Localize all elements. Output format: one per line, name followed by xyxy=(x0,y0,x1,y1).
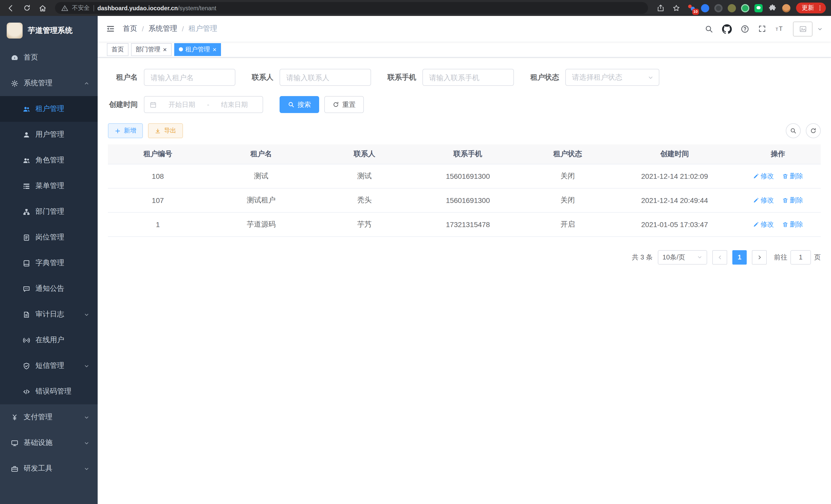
sidebar-toggle[interactable] xyxy=(106,24,115,33)
browser-profile-avatar[interactable] xyxy=(782,4,791,12)
next-page-button[interactable] xyxy=(752,250,767,264)
sidebar-group-dev-tools[interactable]: 研发工具 xyxy=(0,456,98,481)
sidebar-item-role[interactable]: 角色管理 xyxy=(0,147,98,173)
sidebar-item-dict[interactable]: 字典管理 xyxy=(0,250,98,276)
sidebar-item-tenant[interactable]: 租户管理 xyxy=(0,96,98,122)
extension-icon-blue[interactable] xyxy=(701,4,709,12)
contact-input[interactable] xyxy=(280,69,371,86)
tab-tenant[interactable]: 租户管理 × xyxy=(174,43,221,56)
breadcrumb-home[interactable]: 首页 xyxy=(123,24,137,33)
header-search-button[interactable] xyxy=(705,24,713,33)
filter-row-2: 创建时间 开始日期 - 结束日期 搜索 重置 xyxy=(108,96,821,113)
chrome-update-button[interactable]: 更新 xyxy=(796,3,826,13)
avatar-dropdown-caret[interactable] xyxy=(817,26,823,32)
sidebar-item-error-code[interactable]: 错误码管理 xyxy=(0,379,98,404)
sidebar-item-label: 错误码管理 xyxy=(35,387,71,396)
pagination: 共 3 条 10条/页 1 前往 xyxy=(108,250,821,264)
extensions-puzzle-button[interactable] xyxy=(768,3,777,12)
tab-home[interactable]: 首页 xyxy=(107,43,128,56)
edit-link[interactable]: 修改 xyxy=(753,171,774,181)
sidebar-group-audit-log[interactable]: 审计日志 xyxy=(0,302,98,327)
prev-page-button[interactable] xyxy=(712,250,727,264)
sidebar-group-label: 短信管理 xyxy=(35,361,64,370)
goto-page-input[interactable] xyxy=(791,250,811,264)
font-size-button[interactable]: TT xyxy=(775,24,784,33)
status-select[interactable]: 请选择租户状态 xyxy=(565,69,659,86)
extension-icon-dots[interactable]: 10 xyxy=(688,4,696,12)
tab-close-icon[interactable]: × xyxy=(163,46,167,53)
fullscreen-button[interactable] xyxy=(758,25,766,33)
reset-button-label: 重置 xyxy=(342,100,355,109)
sidebar-item-post[interactable]: 岗位管理 xyxy=(0,225,98,250)
extension-icon-green-circle[interactable] xyxy=(741,4,749,12)
cell-tenant-name: 测试 xyxy=(208,164,315,188)
refresh-table-button[interactable] xyxy=(806,123,821,138)
add-button[interactable]: 新增 xyxy=(108,123,143,138)
sidebar-group-system[interactable]: 系统管理 xyxy=(0,70,98,96)
delete-link[interactable]: 删除 xyxy=(782,219,803,229)
breadcrumb-system[interactable]: 系统管理 xyxy=(148,24,177,33)
tenant-table: 租户编号 租户名 联系人 联系手机 租户状态 创建时间 操作 108 测试 xyxy=(108,144,821,237)
start-date-placeholder: 开始日期 xyxy=(159,100,205,109)
reset-button[interactable]: 重置 xyxy=(324,96,364,113)
export-button[interactable]: 导出 xyxy=(148,123,183,138)
extension-icon-olive[interactable] xyxy=(728,4,736,12)
search-button[interactable]: 搜索 xyxy=(280,96,319,113)
col-header-status: 租户状态 xyxy=(521,144,614,164)
toggle-search-button[interactable] xyxy=(786,123,801,138)
select-caret-icon xyxy=(648,74,654,80)
sidebar-item-online-user[interactable]: 在线用户 xyxy=(0,327,98,353)
sidebar-item-notice[interactable]: 通知公告 xyxy=(0,276,98,302)
reload-button[interactable] xyxy=(21,2,32,13)
add-button-label: 新增 xyxy=(124,126,136,135)
sidebar-item-label: 菜单管理 xyxy=(35,181,64,190)
date-range-picker[interactable]: 开始日期 - 结束日期 xyxy=(144,96,263,113)
github-link[interactable] xyxy=(722,24,732,34)
app-logo[interactable]: 芋道管理系统 xyxy=(0,16,98,45)
edit-link[interactable]: 修改 xyxy=(753,196,774,205)
sidebar-item-user[interactable]: 用户管理 xyxy=(0,122,98,147)
sidebar-group-sms[interactable]: 短信管理 xyxy=(0,353,98,379)
github-icon xyxy=(722,24,732,34)
sidebar-item-home[interactable]: 首页 xyxy=(0,45,98,70)
fullscreen-icon xyxy=(758,25,766,33)
home-button[interactable] xyxy=(37,2,48,13)
user-avatar[interactable] xyxy=(793,21,812,36)
back-button[interactable] xyxy=(5,2,17,13)
phone-input[interactable] xyxy=(423,69,514,86)
sidebar-item-label: 部门管理 xyxy=(35,207,64,216)
share-button[interactable] xyxy=(655,2,666,13)
extension-icon-wechat[interactable] xyxy=(754,4,763,12)
extension-icon-dark[interactable] xyxy=(714,4,722,12)
delete-link[interactable]: 删除 xyxy=(782,171,803,181)
broadcast-icon xyxy=(23,336,30,344)
cell-created: 2021-12-14 20:49:44 xyxy=(614,188,735,212)
chevron-down-icon xyxy=(84,312,89,317)
edit-link-label: 修改 xyxy=(761,196,774,205)
sidebar-item-dept[interactable]: 部门管理 xyxy=(0,199,98,225)
tab-close-icon[interactable]: × xyxy=(212,46,217,53)
tab-dept[interactable]: 部门管理 × xyxy=(131,43,171,56)
top-navbar: 首页 / 系统管理 / 租户管理 xyxy=(98,16,831,41)
help-button[interactable] xyxy=(741,24,749,33)
address-bar[interactable]: 不安全 dashboard.yudao.iocoder.cn/system/te… xyxy=(55,2,648,14)
page-size-select[interactable]: 10条/页 xyxy=(658,250,707,264)
search-icon xyxy=(705,24,713,33)
edit-link[interactable]: 修改 xyxy=(753,219,774,229)
sidebar-group-infra[interactable]: 基础设施 xyxy=(0,430,98,456)
url-path: /system/tenant xyxy=(178,5,217,11)
goto-label: 前往 xyxy=(774,253,787,262)
delete-link[interactable]: 删除 xyxy=(782,196,803,205)
bookmark-button[interactable] xyxy=(671,2,682,13)
select-caret-icon xyxy=(697,254,703,260)
page-number-button[interactable]: 1 xyxy=(732,250,747,264)
breadcrumb-current: 租户管理 xyxy=(189,24,218,33)
browser-toolbar: 不安全 dashboard.yudao.iocoder.cn/system/te… xyxy=(0,0,831,16)
sidebar-group-pay[interactable]: 支付管理 xyxy=(0,404,98,430)
page-size-value: 10条/页 xyxy=(662,253,685,262)
update-label: 更新 xyxy=(802,4,814,12)
cell-phone: 15601691300 xyxy=(414,164,521,188)
tenant-name-input[interactable] xyxy=(144,69,235,86)
sidebar-item-menu[interactable]: 菜单管理 xyxy=(0,173,98,199)
sidebar-group-label: 审计日志 xyxy=(35,310,64,319)
